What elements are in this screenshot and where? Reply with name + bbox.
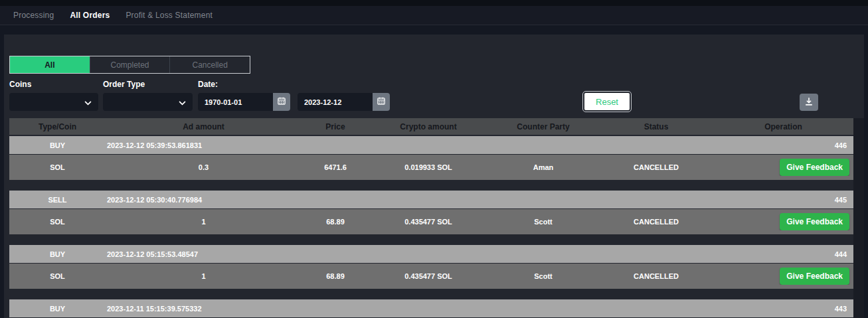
orders-table-header: Type/Coin Ad amount Price Crypto amount … <box>9 118 853 135</box>
order-number: 444 <box>713 250 853 258</box>
order-price: 68.89 <box>302 218 369 226</box>
date-label: Date: <box>198 80 218 89</box>
calendar-icon <box>278 97 286 107</box>
chevron-down-icon <box>84 96 92 108</box>
download-button[interactable] <box>800 94 818 111</box>
column-header-operation: Operation <box>713 122 853 131</box>
order-group-row: BUY 2023-12-12 05:39:53.861831 446 <box>9 136 853 154</box>
date-from-group <box>198 93 290 111</box>
order-ad-amount: 1 <box>106 218 302 226</box>
order-price: 68.89 <box>302 272 369 280</box>
order-datetime: 2023-12-11 15:15:39.575332 <box>106 305 713 313</box>
coins-label: Coins <box>9 80 31 89</box>
order-counter-party: Aman <box>487 163 599 171</box>
order-datetime: 2023-12-12 05:30:40.776984 <box>106 196 713 204</box>
order-type: SELL <box>9 196 106 204</box>
order-coin: SOL <box>9 163 106 171</box>
date-to-input[interactable] <box>298 93 373 111</box>
column-header-type-coin: Type/Coin <box>9 122 106 131</box>
order-counter-party: Scott <box>487 272 599 280</box>
tab-completed[interactable]: Completed <box>90 56 170 73</box>
column-header-price: Price <box>302 122 369 131</box>
order-coin: SOL <box>9 272 106 280</box>
give-feedback-button[interactable]: Give Feedback <box>780 268 849 285</box>
order-status: CANCELLED <box>599 218 713 226</box>
coins-select[interactable] <box>9 93 98 111</box>
status-filter-tabs: All Completed Cancelled <box>9 56 250 74</box>
date-from-calendar-button[interactable] <box>273 93 290 111</box>
give-feedback-button[interactable]: Give Feedback <box>780 159 849 176</box>
all-orders-panel: All Completed Cancelled Coins Order Type… <box>4 35 864 318</box>
order-number: 445 <box>713 196 853 204</box>
column-header-status: Status <box>599 122 713 131</box>
order-type-select[interactable] <box>103 93 193 111</box>
top-navigation: Processing All Orders Profit & Loss Stat… <box>0 0 868 25</box>
order-type: BUY <box>9 250 106 258</box>
orders-table: Type/Coin Ad amount Price Crypto amount … <box>9 118 853 317</box>
tab-cancelled[interactable]: Cancelled <box>169 56 250 73</box>
chevron-down-icon <box>179 96 186 108</box>
nav-tab-profit-loss[interactable]: Profit & Loss Statement <box>126 11 213 20</box>
order-crypto-amount: 0.019933 SOL <box>369 163 487 171</box>
order-type: BUY <box>9 141 106 149</box>
calendar-icon <box>377 97 385 107</box>
order-crypto-amount: 0.435477 SOL <box>369 272 487 280</box>
orders-table-body: BUY 2023-12-12 05:39:53.861831 446 SOL 0… <box>9 136 853 317</box>
order-counter-party: Scott <box>487 218 599 226</box>
nav-tab-processing[interactable]: Processing <box>13 11 54 20</box>
column-header-ad-amount: Ad amount <box>106 122 302 131</box>
date-from-input[interactable] <box>198 93 273 111</box>
order-detail-row: SOL 0.3 6471.6 0.019933 SOL Aman CANCELL… <box>9 155 853 180</box>
order-datetime: 2023-12-12 05:15:53.48547 <box>106 250 713 258</box>
order-datetime: 2023-12-12 05:39:53.861831 <box>106 141 713 149</box>
download-icon <box>804 97 814 108</box>
order-number: 446 <box>713 141 853 149</box>
order-number: 443 <box>713 305 853 313</box>
order-type: BUY <box>9 305 106 313</box>
scrollbar-track[interactable] <box>853 118 864 318</box>
order-status: CANCELLED <box>599 272 713 280</box>
order-detail-row: SOL 1 68.89 0.435477 SOL Scott CANCELLED… <box>9 264 853 289</box>
order-coin: SOL <box>9 218 106 226</box>
order-detail-row: SOL 1 68.89 0.435477 SOL Scott CANCELLED… <box>9 209 853 234</box>
give-feedback-button[interactable]: Give Feedback <box>780 213 849 230</box>
order-group-row: BUY 2023-12-12 05:15:53.48547 444 <box>9 245 853 263</box>
order-type-label: Order Type <box>103 80 145 89</box>
date-to-calendar-button[interactable] <box>373 93 390 111</box>
order-price: 6471.6 <box>302 163 369 171</box>
order-group-row: SELL 2023-12-12 05:30:40.776984 445 <box>9 191 853 208</box>
nav-tab-all-orders[interactable]: All Orders <box>70 11 110 20</box>
order-group-row: BUY 2023-12-11 15:15:39.575332 443 <box>9 299 853 317</box>
reset-button[interactable]: Reset <box>584 93 630 110</box>
column-header-counter-party: Counter Party <box>487 122 599 131</box>
order-ad-amount: 0.3 <box>106 163 302 171</box>
order-ad-amount: 1 <box>106 272 302 280</box>
order-status: CANCELLED <box>599 163 713 171</box>
app-screen: Processing All Orders Profit & Loss Stat… <box>0 0 868 318</box>
tab-all[interactable]: All <box>10 56 90 73</box>
top-nav-tabs: Processing All Orders Profit & Loss Stat… <box>0 5 213 25</box>
column-header-crypto-amount: Crypto amount <box>369 122 487 131</box>
date-to-group <box>298 93 390 111</box>
order-crypto-amount: 0.435477 SOL <box>369 218 487 226</box>
